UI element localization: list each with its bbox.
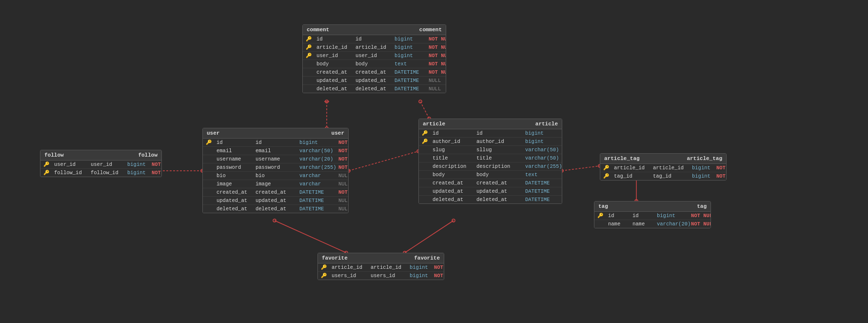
favorite-title-left: favorite: [322, 255, 348, 261]
col-type: DATETIME: [296, 205, 335, 213]
table-row: updated_at updated_at DATETIME NULL: [419, 187, 562, 196]
tag-title-right: tag: [697, 203, 707, 209]
svg-line-24: [349, 151, 418, 171]
empty-cell: [203, 147, 214, 155]
table-row: body body text NOT NULL: [303, 60, 446, 68]
table-row: 🔑 author_id author_id bigint NOT NULL: [419, 138, 562, 146]
table-row: created_at created_at DATETIME NOT NULL: [303, 68, 446, 77]
col-name2: created_at: [473, 179, 522, 187]
col-constraint: NOT NULL: [431, 263, 444, 271]
col-name2: author_id: [473, 138, 522, 145]
comment-table-header: comment comment: [303, 25, 446, 35]
table-row: deleted_at deleted_at DATETIME NULL: [203, 205, 348, 213]
col-type: bigint: [296, 139, 335, 146]
pk-cell: 🔑: [594, 212, 605, 220]
pk-icon: 🔑: [597, 213, 603, 219]
svg-line-5: [420, 101, 429, 119]
col-name2: id: [253, 139, 296, 146]
col-type: bigint: [522, 129, 562, 137]
svg-point-6: [419, 100, 422, 103]
table-row: 🔑 follow_id follow_id bigint NOT NULL: [40, 169, 161, 177]
table-row: created_at created_at DATETIME NOT NULL: [419, 179, 562, 187]
pk-cell: 🔑: [303, 35, 314, 43]
table-row: updated_at updated_at DATETIME NULL: [303, 77, 446, 85]
follow-table: follow follow 🔑 user_id user_id bigint N…: [40, 150, 162, 177]
table-row: 🔑 article_id article_id bigint NOT NULL: [600, 164, 726, 172]
table-row: 🔑 user_id user_id bigint NOT NULL: [303, 52, 446, 60]
pk-cell: 🔑: [419, 129, 430, 137]
col-constraint: NOT NULL: [426, 68, 446, 76]
pk-icon: 🔑: [206, 140, 212, 145]
svg-line-15: [405, 221, 454, 253]
pk-cell: 🔑: [203, 139, 214, 146]
col-type: bigint: [522, 138, 562, 145]
col-type: varchar(255): [296, 163, 335, 171]
article-table-header: article article: [419, 119, 562, 129]
table-row: 🔑 user_id user_id bigint NOT NULL: [40, 161, 161, 169]
empty-cell: [419, 196, 430, 203]
col-name: deleted_at: [314, 85, 353, 93]
col-name2: users_id: [368, 272, 407, 280]
col-constraint: NULL: [335, 180, 349, 188]
table-row: body body text NOT NULL: [419, 171, 562, 179]
article-tag-table: article_tag article_tag 🔑 article_id art…: [600, 153, 727, 181]
table-row: bio bio varchar NULL: [203, 172, 348, 180]
col-type: DATETIME: [392, 68, 426, 76]
user-table: user user 🔑 id id bigint NOT NULL email …: [202, 128, 349, 213]
article-title-right: article: [535, 121, 558, 127]
col-name2: updated_at: [353, 77, 392, 84]
fk-cell: 🔑: [600, 164, 611, 172]
col-name2: password: [253, 163, 296, 171]
col-type: bigint: [392, 35, 426, 43]
table-row: 🔑 id id bigint NOT NULL: [594, 212, 710, 220]
col-constraint: NOT NULL: [335, 147, 349, 155]
table-row: name name varchar(20) NOT NULL: [594, 220, 710, 228]
col-type: varchar(20): [654, 220, 688, 228]
col-type: varchar(50): [296, 147, 335, 155]
empty-cell: [203, 188, 214, 196]
comment-table: comment comment 🔑 id id bigint NOT NULL …: [302, 24, 446, 93]
col-type: DATETIME: [296, 188, 335, 196]
col-name2: deleted_at: [253, 205, 296, 213]
empty-cell: [303, 77, 314, 84]
col-name: image: [214, 180, 253, 188]
col-name: description: [430, 162, 473, 170]
col-name: id: [430, 129, 473, 137]
fk-icon: 🔑: [422, 139, 428, 144]
col-name2: title: [473, 154, 522, 162]
empty-cell: [203, 155, 214, 163]
table-row: deleted_at deleted_at DATETIME NULL: [419, 196, 562, 203]
article-tag-title-left: article_tag: [604, 156, 640, 162]
col-constraint: NOT NULL: [426, 52, 446, 60]
col-type: bigint: [689, 172, 713, 180]
col-name2: updated_at: [473, 187, 522, 195]
col-type: varchar: [296, 172, 335, 180]
col-name2: sllug: [473, 146, 522, 154]
col-constraint: NULL: [426, 77, 446, 84]
col-name2: article_id: [650, 164, 689, 172]
col-name: name: [605, 220, 630, 228]
col-constraint: NOT NULL: [431, 272, 444, 280]
col-type: varchar(255): [522, 162, 562, 170]
follow-table-header: follow follow: [40, 150, 161, 161]
empty-cell: [203, 197, 214, 204]
col-name2: username: [253, 155, 296, 163]
col-name: updated_at: [314, 77, 353, 84]
col-name: title: [430, 154, 473, 162]
table-row: 🔑 users_id users_id bigint NOT NULL: [318, 272, 444, 280]
fk-cell: 🔑: [303, 43, 314, 51]
col-name: users_id: [329, 272, 368, 280]
canvas: comment comment 🔑 id id bigint NOT NULL …: [0, 0, 868, 323]
col-name: bio: [214, 172, 253, 180]
col-constraint: NOT NULL: [688, 212, 711, 220]
col-type: varchar: [296, 180, 335, 188]
fk-icon: 🔑: [321, 264, 327, 270]
fk-cell: 🔑: [303, 52, 314, 60]
tag-table-header: tag tag: [594, 202, 710, 212]
col-name: username: [214, 155, 253, 163]
col-name: slug: [430, 146, 473, 154]
col-type: DATETIME: [522, 187, 562, 195]
col-name: created_at: [430, 179, 473, 187]
col-constraint: NOT NULL: [426, 60, 446, 68]
col-type: bigint: [124, 169, 149, 177]
